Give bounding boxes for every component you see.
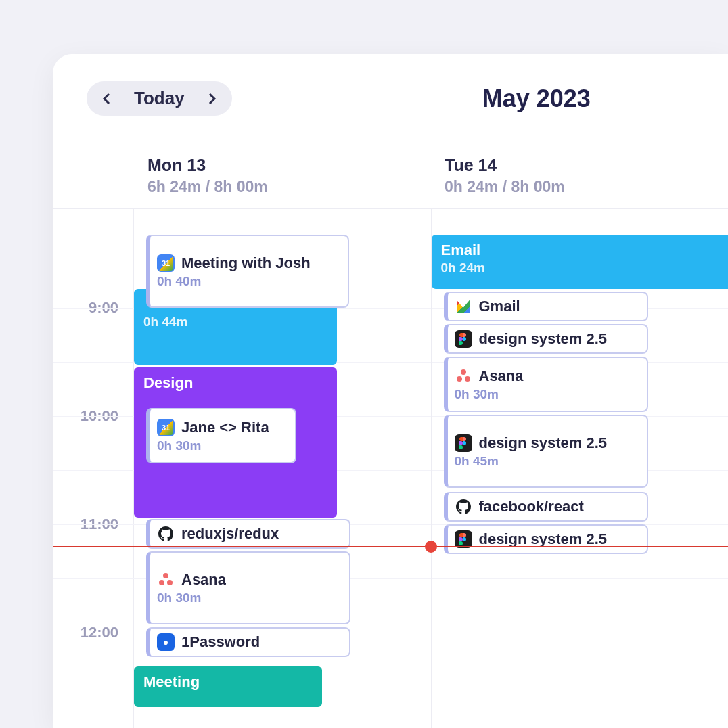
now-indicator-line	[53, 546, 728, 547]
event-card-fbreact[interactable]: facebook/react	[444, 492, 648, 522]
gcal-icon: 31	[157, 419, 175, 436]
calendar-window: Today May 2023 Mon 13 6h 24m / 8h 00m Tu…	[53, 54, 728, 728]
gmail-icon	[455, 298, 472, 315]
event-card-ds3[interactable]: design system 2.5	[444, 524, 648, 554]
time-gutter: 9:00 10:00 11:00 12:00	[53, 209, 134, 728]
figma-icon	[455, 434, 472, 452]
event-card-ds2[interactable]: design system 2.5 0h 45m	[444, 415, 648, 488]
event-card-meeting-josh[interactable]: 31 Meeting with Josh 0h 40m	[146, 235, 349, 308]
event-card-jane-rita[interactable]: 31 Jane <> Rita 0h 30m	[146, 408, 296, 463]
github-icon	[455, 498, 472, 516]
day-header-mon[interactable]: Mon 13 6h 24m / 8h 00m	[134, 143, 431, 208]
onepassword-icon: ●	[157, 633, 175, 651]
event-card-1password[interactable]: ● 1Password	[146, 627, 350, 657]
github-icon	[157, 525, 175, 543]
next-button[interactable]	[204, 91, 220, 107]
figma-icon	[455, 330, 472, 348]
today-pill: Today	[87, 81, 232, 116]
asana-icon	[455, 367, 472, 385]
today-label[interactable]: Today	[134, 88, 185, 109]
asana-icon	[157, 571, 175, 589]
event-card-gmail[interactable]: Gmail	[444, 292, 648, 321]
month-title: May 2023	[482, 85, 591, 113]
event-block-meeting[interactable]: Meeting	[134, 666, 322, 707]
gcal-icon: 31	[157, 254, 175, 272]
event-card-redux[interactable]: reduxjs/redux	[146, 519, 350, 549]
event-card-asana-tue[interactable]: Asana 0h 30m	[444, 357, 648, 412]
calendar-grid: 9:00 10:00 11:00 12:00 0h 44m 31 Meeting…	[53, 209, 728, 728]
now-indicator-dot	[425, 541, 437, 553]
day-column-tue[interactable]: Email 0h 24m Gmail design system 2.5 As	[432, 209, 729, 728]
day-header-tue[interactable]: Tue 14 0h 24m / 8h 00m	[431, 143, 728, 208]
event-card-ds1[interactable]: design system 2.5	[444, 324, 648, 354]
day-column-mon[interactable]: 0h 44m 31 Meeting with Josh 0h 40m Desig…	[134, 209, 432, 728]
event-card-asana-mon[interactable]: Asana 0h 30m	[146, 551, 350, 624]
prev-button[interactable]	[99, 91, 115, 107]
day-headers: Mon 13 6h 24m / 8h 00m Tue 14 0h 24m / 8…	[53, 143, 728, 209]
header: Today May 2023	[53, 54, 728, 143]
event-block-email[interactable]: Email 0h 24m	[432, 235, 729, 289]
